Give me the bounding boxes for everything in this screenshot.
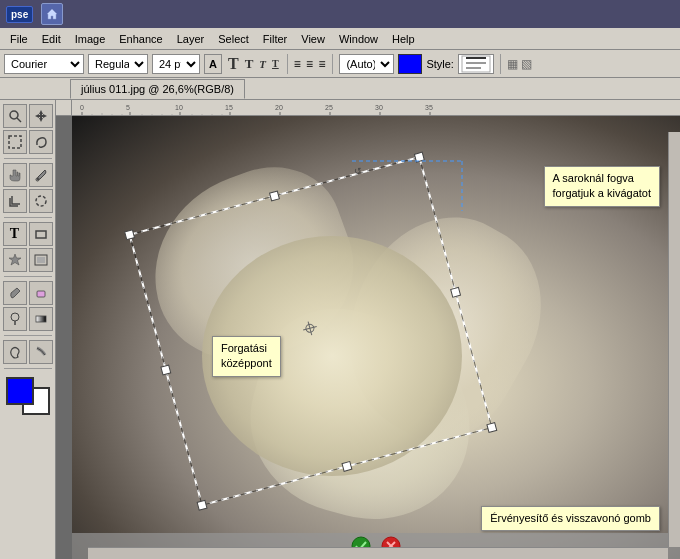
- text-tool-T4[interactable]: T: [270, 58, 281, 69]
- shape-tool[interactable]: [29, 222, 53, 246]
- menu-view[interactable]: View: [295, 31, 331, 47]
- tool-row-6: [3, 248, 53, 272]
- eyedropper-tool[interactable]: [29, 163, 53, 187]
- svg-point-5: [10, 111, 18, 119]
- menu-file[interactable]: File: [4, 31, 34, 47]
- burn-tool[interactable]: [3, 340, 27, 364]
- paint-tool[interactable]: [3, 281, 27, 305]
- tool-row-7: [3, 281, 53, 305]
- callout-confirm: Érvényesítő és visszavonó gomb: [481, 506, 660, 531]
- callout-rotation-line2: forgatjuk a kivágatot: [553, 187, 651, 199]
- tool-row-3: [3, 163, 53, 187]
- canvas-container: 0 5 10 15 20 25 30 35: [56, 100, 680, 559]
- svg-rect-78: [197, 500, 207, 510]
- horizontal-scrollbar[interactable]: [88, 547, 668, 559]
- menu-select[interactable]: Select: [212, 31, 255, 47]
- svg-rect-74: [270, 191, 280, 201]
- font-family-select[interactable]: Courier: [4, 54, 84, 74]
- view-tool[interactable]: [29, 248, 53, 272]
- tool-row-9: [3, 340, 53, 364]
- svg-rect-76: [161, 365, 171, 375]
- svg-text:35: 35: [425, 104, 433, 111]
- text-tool-T2[interactable]: T: [243, 56, 256, 72]
- move-tool[interactable]: [29, 104, 53, 128]
- style-box[interactable]: [458, 54, 494, 74]
- tab-bar: július 011.jpg @ 26,6%(RGB/8): [0, 78, 680, 100]
- menu-help[interactable]: Help: [386, 31, 421, 47]
- svg-rect-18: [36, 316, 46, 322]
- svg-text:15: 15: [225, 104, 233, 111]
- tool-divider-3: [4, 276, 52, 277]
- crop-tool[interactable]: [3, 189, 27, 213]
- font-style-select[interactable]: Regular: [88, 54, 148, 74]
- document-tab[interactable]: július 011.jpg @ 26,6%(RGB/8): [70, 79, 245, 99]
- zoom-tool[interactable]: [3, 104, 27, 128]
- star-tool[interactable]: [3, 248, 27, 272]
- svg-rect-80: [487, 423, 497, 433]
- divider3: [500, 54, 501, 74]
- hand-tool[interactable]: [3, 163, 27, 187]
- main-area: T: [0, 100, 680, 559]
- font-size-btn[interactable]: A: [204, 54, 222, 74]
- fg-color-swatch[interactable]: [6, 377, 34, 405]
- divider2: [332, 54, 333, 74]
- clone-tool[interactable]: [3, 307, 27, 331]
- svg-rect-14: [37, 257, 45, 263]
- text-tools: T T T T: [226, 55, 281, 73]
- svg-point-16: [11, 313, 19, 321]
- menu-edit[interactable]: Edit: [36, 31, 67, 47]
- font-size-select[interactable]: 24 pt: [152, 54, 200, 74]
- tool-row-8: [3, 307, 53, 331]
- svg-marker-12: [9, 254, 21, 265]
- menu-layer[interactable]: Layer: [171, 31, 211, 47]
- menu-image[interactable]: Image: [69, 31, 112, 47]
- gradient-tool[interactable]: [29, 307, 53, 331]
- selection-tool[interactable]: [3, 130, 27, 154]
- svg-text:↺: ↺: [354, 166, 362, 176]
- tool-divider-5: [4, 368, 52, 369]
- horizontal-ruler: 0 5 10 15 20 25 30 35: [72, 100, 680, 116]
- callout-center-line1: Forgatási: [221, 342, 267, 354]
- align-icons: ≡ ≡ ≡: [294, 57, 327, 71]
- menu-enhance[interactable]: Enhance: [113, 31, 168, 47]
- callout-rotation: A saroknál fogva forgatjuk a kivágatot: [544, 166, 660, 207]
- tool-row-1: [3, 104, 53, 128]
- tool-divider-4: [4, 335, 52, 336]
- smudge-tool[interactable]: [29, 340, 53, 364]
- pse-logo: pse: [6, 6, 33, 23]
- options-bar: Courier Regular 24 pt A T T T T ≡ ≡ ≡ (A…: [0, 50, 680, 78]
- svg-text:5: 5: [126, 104, 130, 111]
- svg-marker-0: [47, 9, 57, 19]
- svg-text:25: 25: [325, 104, 333, 111]
- menu-window[interactable]: Window: [333, 31, 384, 47]
- menu-bar: File Edit Image Enhance Layer Select Fil…: [0, 28, 680, 50]
- svg-marker-7: [35, 110, 47, 122]
- svg-rect-11: [36, 231, 46, 238]
- text-tool-T3[interactable]: T: [257, 58, 268, 70]
- photo-canvas: ↺ A saroknál fogva forgatjuk a kivágatot…: [72, 116, 680, 559]
- text-tool-T1[interactable]: T: [226, 55, 241, 73]
- eraser-tool[interactable]: [29, 281, 53, 305]
- svg-rect-79: [342, 462, 352, 472]
- home-icon: [45, 7, 59, 21]
- vertical-scrollbar[interactable]: [668, 132, 680, 547]
- home-button[interactable]: [41, 3, 63, 25]
- callout-rotation-line1: A saroknál fogva: [553, 172, 634, 184]
- callout-center-line2: középpont: [221, 357, 272, 369]
- svg-text:20: 20: [275, 104, 283, 111]
- tool-row-4: [3, 189, 53, 213]
- divider1: [287, 54, 288, 74]
- menu-filter[interactable]: Filter: [257, 31, 293, 47]
- style-label: Style:: [426, 58, 454, 70]
- svg-rect-19: [72, 100, 672, 116]
- tool-row-5: T: [3, 222, 53, 246]
- color-swatch[interactable]: [398, 54, 422, 74]
- lasso-tool[interactable]: [29, 130, 53, 154]
- tool-divider-2: [4, 217, 52, 218]
- svg-line-6: [17, 118, 21, 122]
- callout-center: Forgatási középpont: [212, 336, 281, 377]
- text-tool[interactable]: T: [3, 222, 27, 246]
- marquee-tool[interactable]: [29, 189, 53, 213]
- aa-select[interactable]: (Auto): [339, 54, 394, 74]
- extra-icons: ▦ ▧: [507, 57, 532, 71]
